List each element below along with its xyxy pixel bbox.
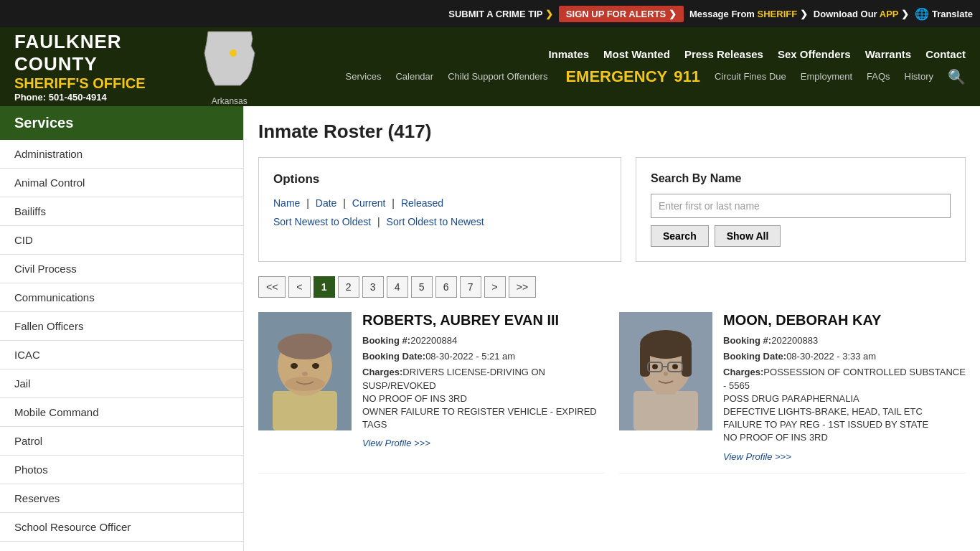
sort-links: Sort Newest to Oldest | Sort Oldest to N… — [273, 216, 606, 227]
show-all-button[interactable]: Show All — [715, 225, 781, 247]
phone-label: Phone: — [14, 92, 46, 103]
subnav-services[interactable]: Services — [346, 71, 382, 82]
crime-tip-link[interactable]: SUBMIT A CRIME TIP ❯ — [448, 9, 553, 19]
search-icon[interactable]: 🔍 — [948, 68, 966, 85]
crime-tip-text: SUBMIT A CRIME TIP — [448, 9, 542, 19]
sidebar-item-fallen-officers[interactable]: Fallen Officers — [0, 312, 243, 341]
nav-sex-offenders[interactable]: Sex Offenders — [778, 48, 851, 60]
sidebar-item-civil-process[interactable]: Civil Process — [0, 255, 243, 283]
sidebar-item-photos[interactable]: Photos — [0, 456, 243, 484]
nav-contact[interactable]: Contact — [925, 48, 966, 60]
subnav-faqs[interactable]: FAQs — [867, 71, 890, 82]
view-profile-link[interactable]: View Profile >>> — [362, 438, 430, 448]
search-buttons: Search Show All — [651, 225, 951, 247]
page-layout: Services Administration Animal Control B… — [0, 106, 980, 551]
nav-warrants[interactable]: Warrants — [865, 48, 911, 60]
pagination-page-1[interactable]: 1 — [314, 276, 335, 298]
pagination-page-6[interactable]: 6 — [435, 276, 457, 298]
sidebar-item-communications[interactable]: Communications — [0, 283, 243, 312]
translate-label: Translate — [932, 9, 973, 19]
sort-oldest[interactable]: Sort Oldest to Newest — [387, 216, 484, 227]
sidebar-item-school-resource[interactable]: School Resource Officer — [0, 513, 243, 542]
svg-point-9 — [302, 372, 308, 376]
svg-point-23 — [664, 372, 668, 376]
arkansas-map-svg — [201, 28, 258, 93]
sort-newest[interactable]: Sort Newest to Oldest — [273, 216, 371, 227]
sidebar-item-reserves[interactable]: Reserves — [0, 484, 243, 513]
pagination-next[interactable]: > — [484, 276, 506, 298]
subnav-history[interactable]: History — [905, 71, 933, 82]
svg-rect-16 — [640, 344, 650, 377]
search-input[interactable] — [651, 194, 951, 218]
emergency-label: EMERGENCY — [565, 67, 667, 85]
sheriff-arrow: ❯ — [800, 9, 808, 19]
inmate-charges: Charges:DRIVERS LICENSE-DRIVING ON SUSP/… — [362, 366, 605, 431]
svg-rect-17 — [682, 344, 692, 377]
pagination-page-7[interactable]: 7 — [460, 276, 481, 298]
sidebar-item-administration[interactable]: Administration — [0, 140, 243, 169]
filter-name[interactable]: Name — [273, 197, 300, 209]
inmate-card: ROBERTS, AUBREY EVAN III Booking #:20220… — [258, 312, 605, 474]
logo-text: FAULKNER COUNTY SHERIFF'S OFFICE Phone: … — [14, 31, 190, 103]
state-name: Arkansas — [201, 96, 258, 106]
sidebar: Services Administration Animal Control B… — [0, 106, 244, 551]
sidebar-item-patrol[interactable]: Patrol — [0, 427, 243, 456]
sidebar-item-bailiffs[interactable]: Bailiffs — [0, 197, 243, 226]
search-heading: Search By Name — [651, 172, 951, 185]
alerts-link[interactable]: SIGN UP FOR ALERTS ❯ — [559, 6, 684, 22]
pagination-page-5[interactable]: 5 — [411, 276, 433, 298]
top-bar: SUBMIT A CRIME TIP ❯ SIGN UP FOR ALERTS … — [0, 0, 980, 27]
inmate-info: MOON, DEBORAH KAY Booking #:202200883 Bo… — [723, 312, 966, 462]
svg-marker-0 — [204, 32, 255, 85]
sidebar-item-jail[interactable]: Jail — [0, 369, 243, 398]
phone-number: 501-450-4914 — [49, 92, 107, 103]
page-title: Inmate Roster (417) — [258, 121, 966, 143]
pagination-last[interactable]: >> — [509, 276, 536, 298]
main-content: Inmate Roster (417) Options Name | Date … — [244, 106, 980, 551]
translate-link[interactable]: 🌐 Translate — [915, 7, 973, 21]
inmates-grid: ROBERTS, AUBREY EVAN III Booking #:20220… — [258, 312, 966, 474]
emergency-info: EMERGENCY 911 — [562, 67, 700, 86]
pagination-prev[interactable]: < — [288, 276, 310, 298]
state-map: Arkansas — [201, 28, 258, 106]
options-box: Options Name | Date | Current | Released… — [258, 157, 621, 262]
nav-press-releases[interactable]: Press Releases — [684, 48, 763, 60]
pagination-first[interactable]: << — [258, 276, 286, 298]
sidebar-item-icac[interactable]: ICAC — [0, 341, 243, 369]
nav-most-wanted[interactable]: Most Wanted — [603, 48, 670, 60]
pagination-page-3[interactable]: 3 — [362, 276, 384, 298]
inmate-info: ROBERTS, AUBREY EVAN III Booking #:20220… — [362, 312, 605, 462]
svg-rect-12 — [633, 391, 698, 430]
office-name: SHERIFF'S OFFICE — [14, 75, 190, 92]
inmate-photo — [619, 312, 712, 430]
header: FAULKNER COUNTY SHERIFF'S OFFICE Phone: … — [0, 27, 980, 106]
sidebar-item-mobile-command[interactable]: Mobile Command — [0, 398, 243, 427]
pagination-page-4[interactable]: 4 — [387, 276, 408, 298]
inmate-name: ROBERTS, AUBREY EVAN III — [362, 312, 605, 329]
subnav-employment[interactable]: Employment — [801, 71, 852, 82]
sheriff-prefix: Message From — [689, 9, 755, 19]
app-name: APP — [880, 9, 899, 19]
inmate-charges: Charges:POSSESSION OF CONTROLLED SUBSTAN… — [723, 366, 966, 444]
sidebar-item-cid[interactable]: CID — [0, 226, 243, 255]
subnav-calendar[interactable]: Calendar — [395, 71, 433, 82]
sheriff-msg-link[interactable]: Message From SHERIFF ❯ — [689, 9, 808, 19]
view-profile-link[interactable]: View Profile >>> — [723, 451, 791, 462]
emergency-number: 911 — [674, 67, 700, 85]
options-heading: Options — [273, 172, 606, 187]
filter-date[interactable]: Date — [316, 197, 337, 209]
subnav-child-support[interactable]: Child Support Offenders — [448, 71, 547, 82]
pagination-page-2[interactable]: 2 — [338, 276, 359, 298]
sidebar-item-animal-control[interactable]: Animal Control — [0, 169, 243, 197]
pagination: << < 1 2 3 4 5 6 7 > >> — [258, 276, 966, 298]
filter-released[interactable]: Released — [401, 197, 443, 209]
nav-inmates[interactable]: Inmates — [548, 48, 589, 60]
filter-current[interactable]: Current — [352, 197, 386, 209]
subnav-circuit-fines[interactable]: Circuit Fines Due — [715, 71, 786, 82]
inmate-photo — [258, 312, 352, 430]
search-button[interactable]: Search — [651, 225, 709, 247]
nav-section: Inmates Most Wanted Press Releases Sex O… — [258, 48, 966, 86]
svg-point-1 — [230, 50, 237, 57]
app-link[interactable]: Download Our APP ❯ — [814, 9, 909, 19]
alerts-arrow: ❯ — [669, 9, 677, 19]
